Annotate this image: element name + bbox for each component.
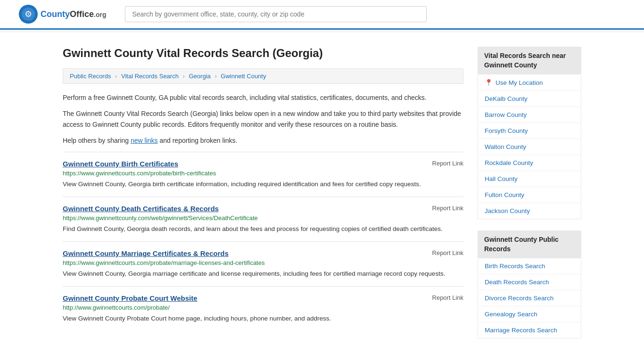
sidebar-public-records-link[interactable]: Death Records Search [478, 274, 581, 290]
record-header: Gwinnett County Probate Court Website Re… [63, 294, 463, 302]
record-section: Gwinnett County Marriage Certificates & … [63, 241, 463, 286]
sidebar-nearby-link[interactable]: Rockdale County [478, 155, 581, 171]
sidebar: Vital Records Search near Gwinnett Count… [478, 47, 581, 350]
record-section: Gwinnett County Probate Court Website Re… [63, 286, 463, 331]
sidebar-nearby-link[interactable]: Fulton County [478, 187, 581, 203]
sidebar-nearby-item: Jackson County [478, 203, 581, 219]
report-link[interactable]: Report Link [432, 160, 463, 167]
intro-paragraph-2: The Gwinnett County Vital Records Search… [63, 108, 463, 130]
main-container: Gwinnett County Vital Records Search (Ge… [44, 33, 600, 362]
new-links-link[interactable]: new links [131, 137, 158, 144]
record-desc: View Gwinnett County Probate Court home … [63, 314, 463, 323]
record-title[interactable]: Gwinnett County Probate Court Website [63, 294, 198, 302]
sidebar-nearby-item: Hall County [478, 171, 581, 187]
record-header: Gwinnett County Death Certificates & Rec… [63, 205, 463, 213]
record-url[interactable]: https://www.gwinnettcourts.com/probate/m… [63, 259, 463, 266]
sidebar-nearby-item: Forsyth County [478, 123, 581, 139]
intro-paragraph-3: Help others by sharing new links and rep… [63, 135, 463, 146]
sidebar-nearby-link[interactable]: Walton County [478, 139, 581, 155]
content: Gwinnett County Vital Records Search (Ge… [63, 47, 463, 350]
sidebar-nearby-item: Barrow County [478, 107, 581, 123]
sidebar-nearby-link[interactable]: Hall County [478, 171, 581, 187]
page-title: Gwinnett County Vital Records Search (Ge… [63, 47, 463, 60]
sidebar-nearby-section: Vital Records Search near Gwinnett Count… [478, 47, 581, 219]
sidebar-nearby-link[interactable]: Barrow County [478, 107, 581, 123]
breadcrumb-public-records[interactable]: Public Records [70, 73, 111, 80]
use-my-location-link[interactable]: 📍Use My Location [478, 74, 581, 90]
report-link[interactable]: Report Link [432, 205, 463, 212]
location-icon: 📍 [485, 79, 493, 86]
sidebar-public-records-title: Gwinnett County Public Records [478, 230, 581, 258]
sidebar-public-records-link[interactable]: Genealogy Search [478, 306, 581, 322]
intro3-prefix: Help others by sharing [63, 137, 131, 144]
sidebar-public-records-list: Birth Records SearchDeath Records Search… [478, 258, 581, 338]
breadcrumb-sep2: › [183, 73, 185, 80]
sidebar-public-records-item: Divorce Records Search [478, 290, 581, 306]
record-title[interactable]: Gwinnett County Death Certificates & Rec… [63, 205, 219, 213]
sidebar-public-records-item: Death Records Search [478, 274, 581, 290]
record-desc: View Gwinnett County, Georgia marriage c… [63, 269, 463, 279]
sidebar-nearby-item: Rockdale County [478, 155, 581, 171]
report-link[interactable]: Report Link [432, 294, 463, 301]
record-header: Gwinnett County Marriage Certificates & … [63, 249, 463, 257]
record-desc: Find Gwinnett County, Georgia death reco… [63, 224, 463, 234]
sidebar-nearby-item: DeKalb County [478, 91, 581, 107]
record-url[interactable]: https://www.gwinnettcounty.com/web/gwinn… [63, 214, 463, 222]
logo[interactable]: ⚙ CountyOffice.org [19, 5, 106, 24]
logo-text: CountyOffice.org [41, 9, 106, 19]
report-link[interactable]: Report Link [432, 249, 463, 256]
sidebar-nearby-link[interactable]: Forsyth County [478, 123, 581, 139]
sidebar-public-records-link[interactable]: Birth Records Search [478, 258, 581, 274]
sidebar-public-records-item: Birth Records Search [478, 258, 581, 274]
sidebar-public-records-section: Gwinnett County Public Records Birth Rec… [478, 230, 581, 338]
intro-paragraph-1: Perform a free Gwinnett County, GA publi… [63, 92, 463, 103]
svg-text:⚙: ⚙ [25, 9, 32, 19]
record-section: Gwinnett County Birth Certificates Repor… [63, 152, 463, 197]
search-bar [125, 6, 427, 22]
breadcrumb: Public Records › Vital Records Search › … [63, 68, 463, 84]
sidebar-public-records-link[interactable]: Divorce Records Search [478, 290, 581, 306]
sidebar-public-records-link[interactable]: Marriage Records Search [478, 322, 581, 338]
record-section: Gwinnett County Death Certificates & Rec… [63, 197, 463, 241]
breadcrumb-georgia[interactable]: Georgia [189, 73, 211, 80]
sidebar-public-records-item: Marriage Records Search [478, 322, 581, 338]
breadcrumb-sep1: › [115, 73, 117, 80]
header: ⚙ CountyOffice.org [0, 0, 644, 30]
breadcrumb-gwinnett[interactable]: Gwinnett County [221, 73, 266, 80]
sidebar-public-records-item: Genealogy Search [478, 306, 581, 322]
record-header: Gwinnett County Birth Certificates Repor… [63, 160, 463, 168]
search-input[interactable] [125, 6, 427, 22]
sidebar-nearby-item: 📍Use My Location [478, 74, 581, 91]
record-desc: View Gwinnett County, Georgia birth cert… [63, 180, 463, 189]
breadcrumb-vital-records[interactable]: Vital Records Search [121, 73, 179, 80]
sidebar-nearby-item: Fulton County [478, 187, 581, 203]
sidebar-nearby-item: Walton County [478, 139, 581, 155]
sidebar-nearby-title: Vital Records Search near Gwinnett Count… [478, 47, 581, 74]
records-container: Gwinnett County Birth Certificates Repor… [63, 152, 463, 331]
breadcrumb-sep3: › [215, 73, 216, 80]
record-title[interactable]: Gwinnett County Birth Certificates [63, 160, 178, 168]
sidebar-nearby-link[interactable]: DeKalb County [478, 91, 581, 107]
logo-icon: ⚙ [19, 5, 38, 24]
record-title[interactable]: Gwinnett County Marriage Certificates & … [63, 249, 229, 257]
record-url[interactable]: https://www.gwinnettcourts.com/probate/b… [63, 170, 463, 177]
sidebar-nearby-list: 📍Use My LocationDeKalb CountyBarrow Coun… [478, 74, 581, 219]
intro3-suffix: and reporting broken links. [158, 137, 238, 144]
record-url[interactable]: http://www.gwinnettcourts.com/probate/ [63, 304, 463, 311]
sidebar-nearby-link[interactable]: Jackson County [478, 203, 581, 219]
